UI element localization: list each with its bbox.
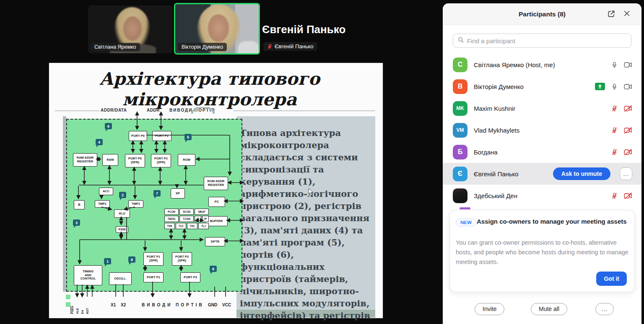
invite-button[interactable]: Invite [475, 303, 504, 315]
participant-controls [611, 192, 632, 199]
diagram-block-rom: ROM [178, 154, 195, 166]
microcontroller-diagram: ADDR/DATA ADDR ВИВОДИ ПОРТІВ PORT P0PORT… [59, 107, 252, 317]
register-cell-scon: SCON [179, 209, 194, 215]
diagram-block-port-p0: PORT P0 [129, 131, 147, 141]
mic-muted-icon[interactable] [611, 105, 618, 112]
diagram-block-sp: SP [171, 188, 185, 199]
label-ports-bottom: ВИВОДИ ПОРТІВ [142, 303, 204, 307]
participant-controls [611, 61, 632, 68]
participant-row[interactable]: VMVlad Mykhaylets [443, 119, 641, 141]
diagram-block-tmp2: TMP2 [128, 200, 143, 208]
register-cell-tl0: TL0 [176, 223, 186, 229]
callout-badge-7: 7 [153, 190, 161, 196]
feature-notification-card: NEW Assign co-owners to manage your meet… [449, 210, 635, 292]
register-cell-tmod: TMOD [164, 216, 179, 222]
diagram-block-port-p2-sfr: PORT P2 (SFR) [151, 154, 171, 167]
camera-off-icon[interactable] [624, 105, 632, 112]
participant-row[interactable]: MKMaxim Kushnir [443, 97, 641, 119]
avatar: Б [453, 145, 467, 159]
mic-muted-icon[interactable] [611, 127, 618, 134]
participants-panel: Participants (8) ССвітлана Яремко (Host,… [443, 3, 641, 324]
participant-controls: Ask to unmute… [553, 167, 632, 180]
participant-row[interactable]: ВВікторія Думенко [443, 76, 641, 97]
participant-name: Здебський Ден [474, 192, 611, 199]
callout-badge-4: 4 [96, 139, 103, 145]
participants-title: Participants (8) [519, 10, 566, 18]
video-off-participant-name: Євгеній Панько [262, 23, 345, 36]
mute-all-button[interactable]: Mute all [531, 303, 567, 315]
screen-share-icon [595, 83, 605, 91]
partial-avatar [460, 207, 470, 209]
participant-row[interactable]: ББогдана [443, 141, 641, 163]
mic-muted-icon[interactable] [611, 192, 618, 199]
diagram-block-port-p2: PORT P2 [152, 131, 171, 141]
ask-to-unmute-button[interactable]: Ask to unmute [553, 167, 610, 180]
callout-badge-5: 5 [184, 134, 192, 140]
notification-body: You can grant co-owner permissions to co… [456, 238, 628, 267]
diagram-block-ram-addr-register: RAM ADDR REGISTER [73, 153, 97, 167]
avatar [453, 188, 467, 203]
diagram-block-rom-addr-register: ROM ADDR REGISTER [204, 177, 228, 190]
diagram-block-port-p1-sfr: PORT P1 (SFR) [143, 252, 164, 266]
diagram-block-port-p3: PORT P3 [180, 272, 200, 282]
callout-badge-6: 6 [210, 266, 217, 272]
label-addr: ADDR [147, 108, 160, 112]
callout-badge-3: 3 [73, 219, 80, 226]
mic-icon[interactable] [611, 83, 618, 90]
popout-icon[interactable] [607, 10, 615, 20]
register-cell-sbuf: SBUF [195, 209, 209, 215]
diagram-block-ram: RAM [102, 154, 118, 166]
camera-icon[interactable] [624, 61, 632, 68]
label-addr-data: ADDR/DATA [101, 108, 127, 112]
camera-off-icon[interactable] [624, 127, 632, 134]
callout-badge-1: 1 [104, 258, 111, 264]
mic-icon[interactable] [611, 61, 618, 68]
participant-row[interactable]: ЄЄвгеній ПанькоAsk to unmute… [443, 163, 641, 185]
diagram-green-panel: PORT P0PORT P2RAM ADDR REGISTERRAMPORT P… [66, 119, 242, 292]
diagram-block-timing-control: TIMING AND CONTROL [74, 265, 102, 285]
participant-name: Євгеній Панько [474, 170, 553, 178]
diagram-block-alu: ALU [114, 209, 130, 218]
participant-more-button[interactable]: … [620, 167, 632, 180]
diagram-block-b: B [74, 200, 85, 209]
got-it-button[interactable]: Got it [596, 272, 627, 286]
avatar: Є [453, 167, 467, 181]
avatar: С [453, 57, 467, 72]
muted-mic-icon [267, 44, 273, 49]
diagram-block-pc: PC [208, 197, 225, 207]
callout-badge-6: 6 [105, 123, 112, 129]
panel-more-button[interactable]: … [595, 303, 614, 315]
camera-off-icon[interactable] [624, 149, 632, 156]
label-x2: X2 [121, 303, 126, 307]
diagram-block-port-p0-sfr: PORT P0 (SFR) [125, 154, 145, 167]
participant-controls [611, 127, 632, 134]
label-ports-top: ВИВОДИ ПОРТІВ [169, 108, 216, 112]
diagram-block-port-p3-sfr: PORT P3 (SFR) [172, 252, 192, 266]
mic-muted-icon[interactable] [611, 149, 618, 156]
participant-row[interactable]: Здебський Ден [443, 185, 641, 206]
search-input[interactable] [467, 37, 627, 44]
new-badge: NEW [456, 219, 476, 226]
video-name-label: Вікторія Думенко [178, 43, 227, 51]
participant-row[interactable]: ССвітлана Яремко (Host, me) [443, 54, 641, 76]
divider [234, 110, 375, 111]
participants-list: ССвітлана Яремко (Host, me)ВВікторія Дум… [443, 54, 641, 206]
slide-body-text: Типова архітектура мікроконтролера склад… [240, 127, 375, 324]
video-off-name-pill: Євгеній Панько [263, 42, 317, 51]
camera-icon[interactable] [624, 83, 632, 90]
participants-header: Participants (8) [443, 3, 641, 25]
participant-name: Богдана [474, 149, 611, 156]
video-tile-svitlana[interactable]: Світлана Яремко [88, 5, 173, 53]
video-tile-viktoria[interactable]: Вікторія Думенко [174, 3, 260, 55]
diagram-block-tmp1: TMP1 [95, 200, 110, 208]
participant-name: Світлана Яремко (Host, me) [474, 61, 611, 68]
register-cell-th1: TH1 [187, 223, 197, 229]
participant-controls [611, 149, 632, 156]
pin-label-ale: ALE [76, 308, 79, 314]
label-vcc: VCC [222, 303, 231, 307]
camera-off-icon[interactable] [624, 192, 632, 199]
participant-controls [611, 105, 632, 112]
register-cell-ie: IE [195, 216, 201, 222]
callout-badge-6: 6 [128, 256, 135, 263]
close-icon[interactable] [623, 10, 631, 19]
